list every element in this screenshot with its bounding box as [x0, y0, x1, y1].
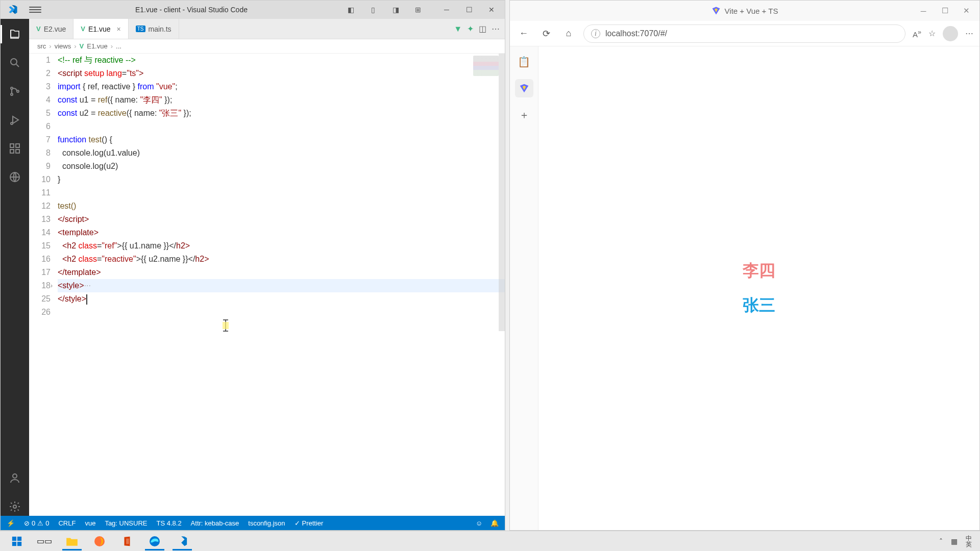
debug-icon[interactable] — [6, 111, 24, 129]
reader-mode-icon[interactable]: A» — [913, 29, 921, 39]
close-button[interactable]: ✕ — [482, 3, 501, 17]
site-info-icon[interactable]: i — [591, 29, 600, 38]
profile-avatar[interactable] — [943, 26, 958, 41]
breadcrumb-item[interactable]: views — [55, 42, 71, 50]
task-view-icon[interactable]: ▭▭ — [31, 532, 58, 550]
favorites-icon[interactable]: ☆ — [928, 29, 936, 38]
minimap[interactable] — [473, 56, 499, 76]
browser-close-button[interactable]: ✕ — [957, 3, 975, 18]
feedback-icon[interactable]: ☺ — [476, 519, 482, 527]
minimize-button[interactable]: ─ — [437, 3, 456, 17]
window-controls: ─ ☐ ✕ — [437, 3, 501, 17]
layout-grid-icon[interactable]: ⊞ — [409, 3, 427, 17]
tab-label: E1.vue — [88, 25, 111, 33]
tag-casing[interactable]: Tag: UNSURE — [105, 519, 147, 527]
svg-rect-12 — [223, 322, 229, 329]
settings-gear-icon[interactable] — [6, 497, 24, 516]
office-icon[interactable] — [113, 532, 141, 550]
vscode-window: E1.vue - client - Visual Studio Code ◧ ▯… — [0, 0, 505, 531]
layout-buttons: ◧ ▯ ◨ ⊞ — [341, 3, 427, 17]
breadcrumb-item[interactable]: src — [37, 42, 46, 50]
svg-point-4 — [11, 122, 13, 124]
browser-titlebar: Vite + Vue + TS ─ ☐ ✕ — [510, 1, 979, 21]
sidebar-clipboard-icon[interactable]: 📋 — [515, 53, 533, 71]
prettier-status[interactable]: ✓ Prettier — [295, 519, 324, 527]
windows-taskbar: ▭▭ ˄ ▦ 中 英 — [0, 531, 980, 551]
address-bar[interactable]: i localhost:7070/#/ — [583, 24, 905, 43]
vue-icon: V — [36, 25, 41, 33]
svg-point-2 — [11, 93, 13, 95]
code-lines[interactable]: <!-- ref 与 reactive --> <script setup la… — [58, 54, 505, 516]
text-cursor-icon — [221, 292, 229, 304]
remote-indicator[interactable]: ⚡ — [7, 519, 15, 527]
panel-right-icon[interactable]: ◨ — [386, 3, 405, 17]
remote-icon[interactable] — [6, 168, 24, 186]
vscode-taskbar-icon[interactable] — [168, 532, 196, 550]
browser-title: Vite + Vue + TS — [725, 7, 778, 15]
menu-button[interactable] — [29, 4, 41, 16]
volar-icon[interactable]: ✦ — [467, 24, 474, 34]
home-button[interactable]: ⌂ — [561, 26, 576, 41]
vue-devtools-icon[interactable]: ▼ — [454, 24, 462, 34]
split-editor-icon[interactable]: ◫ — [479, 24, 486, 34]
problems-indicator[interactable]: ⊘ 0 ⚠ 0 — [24, 519, 49, 527]
breadcrumb[interactable]: src› views› V E1.vue› ... — [29, 39, 505, 54]
browser-minimize-button[interactable]: ─ — [914, 3, 933, 18]
browser-maximize-button[interactable]: ☐ — [936, 3, 954, 18]
tray-network-icon[interactable]: ▦ — [951, 537, 958, 545]
file-explorer-icon[interactable] — [58, 532, 86, 550]
reactive-output: 张三 — [743, 294, 775, 317]
tab-e1[interactable]: VE1.vue× — [74, 19, 128, 39]
svg-rect-16 — [17, 541, 21, 545]
start-button[interactable] — [3, 532, 31, 550]
breadcrumb-item[interactable]: E1.vue — [87, 42, 107, 50]
activity-bar — [1, 19, 29, 516]
notifications-icon[interactable]: 🔔 — [491, 519, 499, 527]
browser-window: Vite + Vue + TS ─ ☐ ✕ ← ⟳ ⌂ i localhost:… — [509, 0, 980, 531]
ts-icon: TS — [136, 26, 145, 32]
tab-e2[interactable]: VE2.vue — [29, 19, 74, 39]
eol-indicator[interactable]: CRLF — [58, 519, 76, 527]
tsconfig[interactable]: tsconfig.json — [248, 519, 285, 527]
panel-bottom-icon[interactable]: ▯ — [364, 3, 382, 17]
panel-left-icon[interactable]: ◧ — [341, 3, 360, 17]
svg-rect-15 — [12, 541, 16, 545]
attr-casing[interactable]: Attr: kebab-case — [191, 519, 239, 527]
extensions-icon[interactable] — [6, 139, 24, 158]
svg-rect-7 — [10, 149, 14, 153]
tab-main-ts[interactable]: TSmain.ts — [129, 19, 179, 39]
source-control-icon[interactable] — [6, 82, 24, 101]
vertical-scrollbar[interactable] — [499, 54, 505, 331]
close-tab-icon[interactable]: × — [117, 25, 121, 33]
sidebar-add-icon[interactable]: ＋ — [515, 106, 533, 124]
search-icon[interactable] — [6, 54, 24, 72]
svg-rect-14 — [17, 536, 21, 540]
language-mode[interactable]: vue — [85, 519, 95, 527]
fold-icon[interactable]: › — [51, 279, 53, 292]
ime-indicator[interactable]: 中 英 — [966, 535, 972, 547]
code-editor[interactable]: 1234567891011121314151617182526 <!-- ref… — [29, 54, 505, 516]
account-icon[interactable] — [6, 469, 24, 487]
maximize-button[interactable]: ☐ — [460, 3, 478, 17]
editor-actions: ▼ ✦ ◫ ⋯ — [454, 19, 505, 39]
svg-point-1 — [11, 87, 13, 89]
explorer-icon[interactable] — [6, 25, 24, 43]
ts-version[interactable]: TS 4.8.2 — [156, 519, 181, 527]
sidebar-vite-icon[interactable] — [515, 79, 533, 97]
svg-rect-13 — [12, 536, 16, 540]
editor-tabs: VE2.vue VE1.vue× TSmain.ts ▼ ✦ ◫ ⋯ — [29, 19, 505, 39]
edge-icon[interactable] — [141, 532, 168, 550]
browser-menu-icon[interactable]: ⋯ — [965, 29, 973, 38]
svg-rect-6 — [16, 144, 19, 147]
tray-chevron-icon[interactable]: ˄ — [939, 537, 943, 545]
svg-rect-5 — [10, 144, 14, 147]
firefox-icon[interactable] — [86, 532, 113, 550]
back-button[interactable]: ← — [516, 26, 531, 41]
browser-body: 📋 ＋ 李四 张三 — [510, 46, 979, 530]
refresh-button[interactable]: ⟳ — [538, 26, 554, 41]
editor-area: VE2.vue VE1.vue× TSmain.ts ▼ ✦ ◫ ⋯ src› … — [29, 19, 505, 516]
breadcrumb-item[interactable]: ... — [116, 42, 121, 50]
tab-label: main.ts — [149, 25, 172, 33]
url-text: localhost:7070/#/ — [605, 29, 667, 38]
more-actions-icon[interactable]: ⋯ — [492, 24, 500, 34]
